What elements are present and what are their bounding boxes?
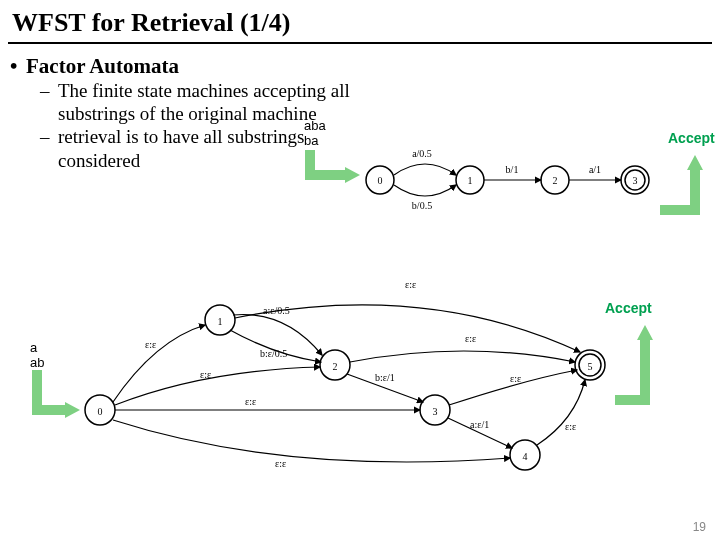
svg-marker-6 xyxy=(687,155,703,170)
edge-a05: a/0.5 xyxy=(412,148,432,159)
eps-0-4: ε:ε xyxy=(275,458,286,469)
edge-b05: b/0.5 xyxy=(412,200,432,211)
eps-0-1: ε:ε xyxy=(145,339,156,350)
state-1-label: 1 xyxy=(468,175,473,186)
title-divider xyxy=(8,42,712,44)
edge-2-3: b:ε/1 xyxy=(375,372,395,383)
b-state-0: 0 xyxy=(98,406,103,417)
eps-3-5: ε:ε xyxy=(510,373,521,384)
svg-marker-15 xyxy=(637,325,653,340)
page-number: 19 xyxy=(693,520,706,534)
b-state-5: 5 xyxy=(588,361,593,372)
eps-0-3: ε:ε xyxy=(245,396,256,407)
eps-1-5: ε:ε xyxy=(405,279,416,290)
bottom-fsm-diagram: 0 1 2 3 4 5 ε:ε ε:ε ε:ε ε:ε a:ε/0.5 b:ε/… xyxy=(25,270,705,490)
state-0-label: 0 xyxy=(378,175,383,186)
b-state-2: 2 xyxy=(333,361,338,372)
edge-b1: b/1 xyxy=(506,164,519,175)
top-fsm-diagram: 0 1 2 3 a/0.5 b/0.5 b/1 a/1 xyxy=(300,145,710,225)
state-3-label: 3 xyxy=(633,175,638,186)
svg-marker-7 xyxy=(65,402,80,418)
edge-a1: a/1 xyxy=(589,164,601,175)
b-state-4: 4 xyxy=(523,451,528,462)
eps-2-5: ε:ε xyxy=(465,333,476,344)
svg-marker-0 xyxy=(345,167,360,183)
eps-0-2: ε:ε xyxy=(200,369,211,380)
edge-1-2-b: b:ε/0.5 xyxy=(260,348,287,359)
edge-3-4: a:ε/1 xyxy=(470,419,489,430)
eps-4-5: ε:ε xyxy=(565,421,576,432)
label-aba: aba xyxy=(304,118,326,133)
bullet-factor-automata: Factor Automata xyxy=(0,54,720,79)
b-state-3: 3 xyxy=(433,406,438,417)
b-state-1: 1 xyxy=(218,316,223,327)
accept-label-top: Accept xyxy=(668,130,715,146)
slide-title: WFST for Retrieval (1/4) xyxy=(0,0,720,42)
state-2-label: 2 xyxy=(553,175,558,186)
